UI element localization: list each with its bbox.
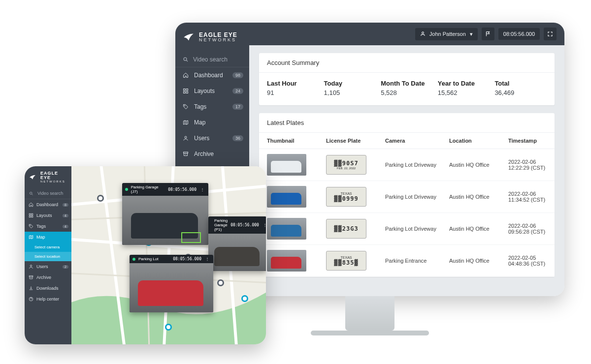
map-pin[interactable] xyxy=(165,324,172,331)
summary-value: 36,469 xyxy=(494,89,547,96)
plate-camera: Parking Lot Driveway xyxy=(385,226,449,232)
sidebar-item-archive[interactable]: Archive xyxy=(175,146,249,162)
map-view[interactable]: P Parking Garage (J7)08:05:56.000⋮Parkin… xyxy=(71,166,266,344)
sidebar-item-tags[interactable]: Tags17 xyxy=(175,99,249,115)
flag-button[interactable] xyxy=(482,28,494,40)
more-icon[interactable]: ⋮ xyxy=(199,187,205,192)
plate-row[interactable]: ▓▓90S7FEB. 22, 2022Parking Lot DrivewayA… xyxy=(259,149,555,181)
plates-title: Latest Plates xyxy=(259,113,555,133)
plate-row[interactable]: TEXAS▓▓835▓Parking EntranceAustin HQ Off… xyxy=(259,245,555,277)
sidebar-item-label: Layouts xyxy=(194,88,215,94)
summary-value: 5,528 xyxy=(381,89,433,96)
summary-value: 91 xyxy=(267,89,319,96)
fullscreen-button[interactable] xyxy=(544,28,557,40)
sidebar-item-label: Map xyxy=(194,119,205,126)
monitor-base xyxy=(311,331,429,335)
sidebar-item-dashboard[interactable]: Dashboard98 xyxy=(175,67,249,83)
status-dot-icon xyxy=(125,188,128,191)
map-pin[interactable] xyxy=(97,195,104,202)
clock-chip[interactable]: 08:05:56.000 xyxy=(498,28,540,40)
summary-title: Account Summary xyxy=(259,53,555,73)
sidebar-item-label: Dashboard xyxy=(194,72,223,79)
sidebar-item-layouts[interactable]: Layouts24 xyxy=(175,83,249,99)
sidebar-item-archive[interactable]: Archive xyxy=(25,272,71,283)
search-icon xyxy=(182,56,189,63)
badge: 36 xyxy=(232,135,243,141)
summary-col: Year to Date15,562 xyxy=(438,80,490,96)
grid-icon xyxy=(182,88,189,94)
sidebar-sub[interactable]: Select location xyxy=(25,252,71,261)
monitor-body: Account Summary Last Hour91Today1,105Mon… xyxy=(249,45,564,296)
user-name: John Patterson xyxy=(429,31,466,37)
eagle-icon xyxy=(29,173,36,181)
user-icon xyxy=(182,135,189,142)
map-pin[interactable] xyxy=(217,279,224,286)
sidebar-item-users[interactable]: Users2 xyxy=(25,261,71,272)
monitor-stand xyxy=(345,296,394,331)
summary-value: 1,105 xyxy=(324,89,376,96)
sidebar-item-layouts[interactable]: Layouts4 xyxy=(25,210,71,221)
camera-name: Parking Garage (P1) xyxy=(214,218,228,232)
brand-logo: EAGLE EYE NETWORKS xyxy=(175,23,249,52)
camera-name: Parking Garage (J7) xyxy=(131,185,165,194)
svg-rect-3 xyxy=(184,91,186,93)
user-chip[interactable]: John Patterson ▾ xyxy=(415,28,478,40)
plates-header-row: Thumbnail License Plate Camera Location … xyxy=(259,133,555,149)
vehicle-thumbnail xyxy=(267,186,306,208)
col-plate: License Plate xyxy=(326,138,385,144)
sidebar-sub[interactable]: Select camera xyxy=(25,243,71,252)
summary-label: Year to Date xyxy=(438,80,490,87)
plate-image: ▓▓90S7FEB. 22, 2022 xyxy=(326,155,366,175)
clock-time: 08:05:56.000 xyxy=(503,31,535,37)
more-icon[interactable]: ⋮ xyxy=(262,223,266,227)
map-pin[interactable] xyxy=(241,295,248,302)
vehicle-thumbnail xyxy=(267,250,306,272)
search-icon xyxy=(29,191,33,196)
camera-card[interactable]: Parking Garage (P1)08:05:56.000⋮ xyxy=(208,216,266,271)
camera-name: Parking Lot xyxy=(138,257,158,261)
summary-label: Today xyxy=(324,80,376,87)
camera-card[interactable]: Parking Lot08:05:56.000⋮ xyxy=(130,255,213,312)
svg-rect-4 xyxy=(186,91,188,93)
badge: 24 xyxy=(232,88,243,94)
sidebar-item-tags[interactable]: Tags4 xyxy=(25,221,71,232)
sidebar-item-map[interactable]: Map xyxy=(175,115,249,130)
sidebar-item-downloads[interactable]: Downloads xyxy=(25,283,71,294)
sidebar-item-map[interactable]: Map xyxy=(25,232,71,243)
badge: 4 xyxy=(63,214,68,217)
svg-rect-16 xyxy=(29,276,33,277)
sidebar-item-help-center[interactable]: Help center xyxy=(25,294,71,304)
svg-rect-11 xyxy=(32,213,33,215)
vehicle-thumbnail xyxy=(267,218,306,240)
svg-rect-1 xyxy=(184,89,186,91)
plate-image: TEXAS▓▓0999 xyxy=(326,187,366,207)
sidebar-item-label: Archive xyxy=(194,151,214,157)
plate-row[interactable]: TEXAS▓▓0999Parking Lot DrivewayAustin HQ… xyxy=(259,181,555,213)
tablet-sidebar: EAGLE EYE NETWORKS Video search Dashboar… xyxy=(25,166,71,344)
summary-label: Last Hour xyxy=(267,80,319,87)
summary-col: Last Hour91 xyxy=(267,80,319,96)
plate-row[interactable]: ▓▓23G3Parking Lot DrivewayAustin HQ Offi… xyxy=(259,213,555,245)
archive-icon xyxy=(29,275,33,280)
badge: 98 xyxy=(232,72,243,78)
camera-time: 08:05:56.000 xyxy=(168,187,197,192)
svg-point-5 xyxy=(184,105,185,106)
home-icon xyxy=(29,202,33,207)
sidebar-item-dashboard[interactable]: Dashboard8 xyxy=(25,199,71,210)
summary-panel: Account Summary Last Hour91Today1,105Mon… xyxy=(259,53,555,105)
grid-icon xyxy=(29,213,33,218)
tag-icon xyxy=(182,103,189,110)
camera-feed xyxy=(130,263,213,312)
video-search[interactable]: Video search xyxy=(175,52,249,67)
plate-timestamp: 2022-02-06 09:56:28 (CST) xyxy=(508,223,547,235)
col-camera: Camera xyxy=(385,138,449,144)
camera-card[interactable]: Parking Garage (J7)08:05:56.000⋮ xyxy=(122,183,208,245)
plate-image: TEXAS▓▓835▓ xyxy=(326,251,366,271)
plates-panel: Latest Plates Thumbnail License Plate Ca… xyxy=(259,113,555,277)
archive-icon xyxy=(182,151,189,157)
sidebar-item-users[interactable]: Users36 xyxy=(175,130,249,146)
camera-header: Parking Garage (P1)08:05:56.000⋮ xyxy=(208,216,266,234)
video-search[interactable]: Video search xyxy=(25,188,71,199)
plate-location: Austin HQ Office xyxy=(449,194,508,200)
more-icon[interactable]: ⋮ xyxy=(204,257,210,261)
